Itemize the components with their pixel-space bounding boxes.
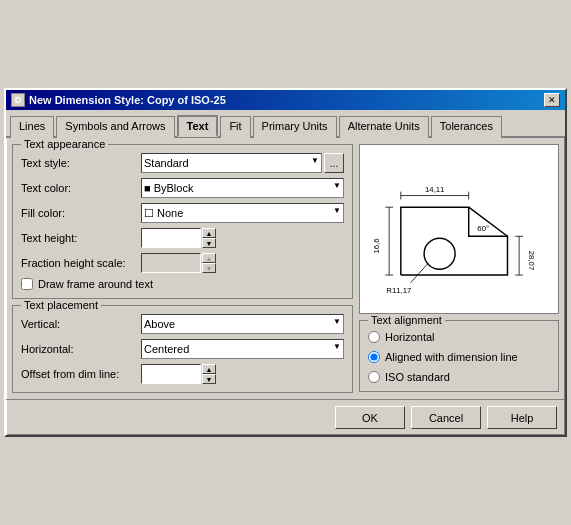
offset-row: Offset from dim line: 0.625 ▲ ▼	[21, 364, 344, 384]
text-height-row: Text height: 2.5 ▲ ▼	[21, 228, 344, 248]
fraction-height-input[interactable]: 1	[141, 253, 201, 273]
fill-color-select-wrapper: ☐ None	[141, 203, 344, 223]
cancel-button[interactable]: Cancel	[411, 406, 481, 429]
svg-text:16,6: 16,6	[372, 238, 381, 253]
text-style-select[interactable]: Standard	[141, 153, 322, 173]
tabs-container: Lines Symbols and Arrows Text Fit Primar…	[6, 110, 565, 138]
text-alignment-group: Text alignment Horizontal Aligned with d…	[359, 320, 559, 392]
tab-tolerances[interactable]: Tolerances	[431, 116, 502, 138]
horizontal-select-wrapper: Centered	[141, 339, 344, 359]
horizontal-select[interactable]: Centered	[141, 339, 344, 359]
text-height-down[interactable]: ▼	[202, 238, 216, 248]
vertical-select[interactable]: Above	[141, 314, 344, 334]
footer: OK Cancel Help	[6, 399, 565, 435]
text-height-spin-buttons: ▲ ▼	[202, 228, 216, 248]
vertical-row: Vertical: Above	[21, 314, 344, 334]
offset-up[interactable]: ▲	[202, 364, 216, 374]
text-color-select-wrapper: ■ ByBlock	[141, 178, 344, 198]
svg-text:14,11: 14,11	[425, 185, 444, 194]
aligned-radio[interactable]	[368, 351, 380, 363]
titlebar-buttons: ✕	[544, 93, 560, 107]
text-color-select[interactable]: ■ ByBlock	[141, 178, 344, 198]
horizontal-radio[interactable]	[368, 331, 380, 343]
text-style-row: Text style: Standard ...	[21, 153, 344, 173]
offset-input[interactable]: 0.625	[141, 364, 201, 384]
fill-color-select[interactable]: ☐ None	[141, 203, 344, 223]
tab-text[interactable]: Text	[177, 115, 219, 137]
aligned-radio-row: Aligned with dimension line	[368, 351, 550, 363]
text-color-label: Text color:	[21, 182, 141, 194]
titlebar: D New Dimension Style: Copy of ISO-25 ✕	[6, 90, 565, 110]
offset-down[interactable]: ▼	[202, 374, 216, 384]
vertical-select-wrapper: Above	[141, 314, 344, 334]
fraction-height-label: Fraction height scale:	[21, 257, 141, 269]
main-window: D New Dimension Style: Copy of ISO-25 ✕ …	[4, 88, 567, 437]
svg-text:R11,17: R11,17	[386, 286, 411, 295]
draw-frame-row: Draw frame around text	[21, 278, 344, 290]
tab-content: Text appearance Text style: Standard ...…	[6, 138, 565, 399]
tab-alternate[interactable]: Alternate Units	[339, 116, 429, 138]
tab-lines[interactable]: Lines	[10, 116, 54, 138]
preview-svg: 14,11 16,6 28,07 R11,17	[369, 149, 549, 309]
svg-text:60°: 60°	[477, 224, 489, 233]
vertical-label: Vertical:	[21, 318, 141, 330]
text-placement-title: Text placement	[21, 299, 101, 311]
draw-frame-checkbox[interactable]	[21, 278, 33, 290]
text-appearance-title: Text appearance	[21, 138, 108, 150]
help-button[interactable]: Help	[487, 406, 557, 429]
titlebar-title-group: D New Dimension Style: Copy of ISO-25	[11, 93, 226, 107]
iso-radio-label: ISO standard	[385, 371, 450, 383]
browse-button[interactable]: ...	[324, 153, 344, 173]
iso-radio[interactable]	[368, 371, 380, 383]
window-icon: D	[11, 93, 25, 107]
iso-radio-row: ISO standard	[368, 371, 550, 383]
svg-point-0	[424, 238, 455, 269]
text-height-up[interactable]: ▲	[202, 228, 216, 238]
aligned-radio-label: Aligned with dimension line	[385, 351, 518, 363]
fill-color-label: Fill color:	[21, 207, 141, 219]
right-panel: 14,11 16,6 28,07 R11,17	[359, 144, 559, 393]
tab-symbols[interactable]: Symbols and Arrows	[56, 116, 174, 138]
window-title: New Dimension Style: Copy of ISO-25	[29, 94, 226, 106]
text-height-input[interactable]: 2.5	[141, 228, 201, 248]
tab-primary[interactable]: Primary Units	[253, 116, 337, 138]
text-style-select-wrapper: Standard	[141, 153, 322, 173]
text-appearance-group: Text appearance Text style: Standard ...…	[12, 144, 353, 299]
close-button[interactable]: ✕	[544, 93, 560, 107]
draw-frame-label: Draw frame around text	[38, 278, 153, 290]
fraction-height-up[interactable]: ▲	[202, 253, 216, 263]
horizontal-radio-row: Horizontal	[368, 331, 550, 343]
fill-color-row: Fill color: ☐ None	[21, 203, 344, 223]
fraction-height-down[interactable]: ▼	[202, 263, 216, 273]
ok-button[interactable]: OK	[335, 406, 405, 429]
horizontal-radio-label: Horizontal	[385, 331, 435, 343]
svg-line-14	[411, 263, 428, 282]
text-alignment-title: Text alignment	[368, 314, 445, 326]
fraction-height-spin-buttons: ▲ ▼	[202, 253, 216, 273]
text-style-label: Text style:	[21, 157, 141, 169]
offset-label: Offset from dim line:	[21, 368, 141, 380]
fraction-height-row: Fraction height scale: 1 ▲ ▼	[21, 253, 344, 273]
text-color-row: Text color: ■ ByBlock	[21, 178, 344, 198]
offset-spin-buttons: ▲ ▼	[202, 364, 216, 384]
text-height-label: Text height:	[21, 232, 141, 244]
horizontal-row: Horizontal: Centered	[21, 339, 344, 359]
preview-box: 14,11 16,6 28,07 R11,17	[359, 144, 559, 314]
svg-text:28,07: 28,07	[527, 251, 536, 270]
fraction-height-spin: 1 ▲ ▼	[141, 253, 344, 273]
tab-fit[interactable]: Fit	[220, 116, 250, 138]
text-placement-group: Text placement Vertical: Above Horizonta…	[12, 305, 353, 393]
offset-spin: 0.625 ▲ ▼	[141, 364, 344, 384]
text-height-spin: 2.5 ▲ ▼	[141, 228, 344, 248]
left-panel: Text appearance Text style: Standard ...…	[12, 144, 353, 393]
horizontal-label: Horizontal:	[21, 343, 141, 355]
